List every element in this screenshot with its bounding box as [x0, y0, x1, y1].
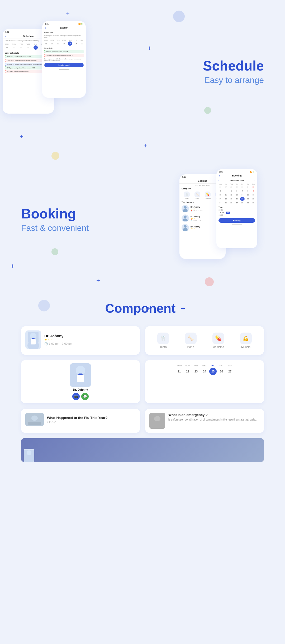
time-1520[interactable]: 15:20 PM — [218, 211, 255, 214]
home-indicator-front — [59, 69, 69, 70]
section-schedule: 9:41 📶 🔋 ‹ Schedule You are in control o… — [0, 5, 285, 143]
back-arrow-back[interactable]: ‹ — [5, 35, 6, 38]
booking-button[interactable]: Booking — [218, 218, 255, 223]
comp-medicine-icon: 💊 — [212, 333, 224, 344]
comp-doc-time: 🕐 1:00 pm - 7:00 pm — [44, 342, 72, 346]
month-label: December 2020 — [230, 180, 244, 181]
time-1521[interactable]: 15:21 — [218, 214, 255, 216]
comp-cat-bone[interactable]: 🦴 Bone — [185, 333, 197, 348]
comp-doc-rating: ★ 4.7 — [44, 338, 72, 342]
section-booking: Booking Fast & convenient 9:41 📶🔋 Bookin… — [0, 153, 285, 291]
explain-button[interactable]: I understand — [44, 63, 84, 67]
explain-cal-days: SUN MON TUE WED THU FRI SAT — [44, 39, 84, 41]
comp-doc-name: Dr. Johnny — [44, 334, 72, 338]
categories-card: 🦷 Teeth 🦴 Bone 💊 Medicine 💪 Muscle — [145, 326, 264, 355]
cal-day-mon[interactable]: MON 22 — [184, 364, 191, 375]
time-back: 9:41 — [5, 31, 9, 33]
deco-plus-4: + — [144, 143, 148, 149]
comp-cat-muscle[interactable]: 💪 Muscle — [240, 333, 252, 348]
comp-muscle-label: Muscle — [241, 345, 250, 348]
doctor-avatar-2 — [182, 214, 189, 222]
doctor-info-1: Dr. Johnny ★ 4.9 📍 1.6km · 1.5/hr — [191, 206, 202, 212]
cal-day-fri[interactable]: FRI 26 — [218, 364, 225, 375]
schedule-text: Schedule Easy to arrange — [111, 58, 285, 85]
status-bar-booking-front: 9:41 📶🔋 — [216, 169, 257, 173]
comp-bone-icon: 🦴 — [185, 333, 197, 344]
status-bar-front: 9:41 📶🔋 — [42, 21, 86, 25]
call-btn[interactable]: 📷 — [72, 393, 80, 400]
time-1519[interactable]: 15:19 — [218, 209, 255, 211]
news-date: 04/04/2019 — [47, 421, 107, 423]
svg-point-3 — [183, 218, 188, 221]
cat-teeth[interactable]: 🦷 Teeth — [184, 192, 190, 199]
bone-label: Bone — [196, 198, 199, 199]
comp-teeth-label: Teeth — [160, 345, 167, 348]
comp-doc2-avatar — [70, 363, 91, 387]
comp-cat-teeth[interactable]: 🦷 Teeth — [157, 333, 169, 348]
cal-day-thu[interactable]: THU 25 — [209, 364, 217, 375]
explain-item-1: 9:00 am · Visit Dr.Oclet in room #5 — [44, 50, 84, 53]
prev-month-btn[interactable]: ‹ — [218, 179, 219, 182]
back-arrow-booking[interactable]: ‹ — [219, 174, 220, 177]
doctor-info-card: Dr. Johnny ★ 4.7 🕐 1:00 pm - 7:00 pm — [21, 326, 140, 355]
svg-point-1 — [183, 209, 188, 212]
cal-next-btn[interactable]: › — [259, 368, 260, 371]
am-pm-badge: PM — [226, 212, 230, 214]
svg-point-23 — [27, 450, 31, 455]
chat-btn[interactable]: 💬 — [81, 393, 89, 400]
comp-doc-info-1: Dr. Johnny ★ 4.7 🕐 1:00 pm - 7:00 pm — [44, 334, 72, 346]
comp-cal-nav: ‹ SUN 21 MON 22 TUE 23 WED — [149, 364, 260, 375]
calendar-card: ‹ SUN 21 MON 22 TUE 23 WED — [145, 360, 264, 403]
bcal-week-1: 26 27 28 29 30 1 10 — [218, 185, 256, 189]
doctor-avatar-1 — [182, 205, 189, 212]
svg-rect-15 — [78, 374, 83, 375]
svg-point-4 — [184, 225, 187, 228]
svg-rect-14 — [77, 375, 84, 382]
cat-medicine[interactable]: 💊 Medicine — [205, 192, 211, 199]
time-front: 9:41 — [45, 23, 49, 25]
bcal-week-4: 17 18 19 20 21 22 23 — [218, 197, 256, 201]
doctor-card-inner: Dr. Johnny ★ 4.7 🕐 1:00 pm - 7:00 pm — [25, 330, 136, 349]
status-icons-front: 📶🔋 — [78, 23, 83, 25]
comp-medicine-label: Medicine — [212, 345, 224, 348]
back-arrow-front[interactable]: ‹ — [45, 26, 46, 29]
medicine-label: Medicine — [205, 198, 211, 199]
cal-day-sat[interactable]: SAT 27 — [226, 364, 234, 375]
comp-cal-days: SUN 21 MON 22 TUE 23 WED 24 — [175, 364, 234, 375]
next-month-btn[interactable]: › — [254, 179, 255, 182]
time-section: Time 15:19 15:20 PM 15:21 — [216, 206, 257, 217]
comp-teeth-icon: 🦷 — [157, 333, 169, 344]
doctor-info-2: Dr. Johnny ★ 4.9 📍 1.6km · 1.5/hr — [191, 216, 202, 221]
explain-sched-label: Schedule — [42, 47, 86, 50]
bcal-week-3: 10 11 12 13 14 15 16 — [218, 193, 256, 197]
schedule-subtitle: Easy to arrange — [111, 75, 264, 85]
svg-point-2 — [184, 216, 187, 218]
explain-cal-nums: 21 22 23 24 25 26 27 — [44, 41, 84, 46]
svg-rect-9 — [31, 339, 36, 344]
phone-front-booking: 9:41 📶🔋 ‹ Booking ‹ December 2020 › Mon … — [216, 169, 257, 248]
schedule-title: Schedule — [111, 58, 264, 74]
comp-doc-avatar-1 — [25, 330, 41, 349]
news-content: What Happened to the Flu This Year? 04/0… — [47, 416, 107, 423]
svg-point-20 — [154, 416, 160, 421]
comp-cat-medicine[interactable]: 💊 Medicine — [212, 333, 224, 348]
cal-day-tue[interactable]: TUE 23 — [192, 364, 200, 375]
video-card[interactable]: COVID-19: How do sinelvector vaccines wo… — [21, 438, 264, 462]
comp-news-inner: What Happened to the Flu This Year? 04/0… — [25, 413, 136, 426]
teeth-label: Teeth — [185, 198, 188, 199]
emergency-title: What is an emergency ? — [168, 413, 257, 417]
component-grid: Dr. Johnny ★ 4.7 🕐 1:00 pm - 7:00 pm 🦷 T… — [21, 326, 264, 462]
cat-bone[interactable]: 🦴 Bone — [194, 192, 200, 199]
cal-prev-btn[interactable]: ‹ — [149, 368, 150, 371]
news-title: What Happened to the Flu This Year? — [47, 416, 107, 420]
cal-day-sun[interactable]: SUN 21 — [175, 364, 183, 375]
bcal-week-2: 3 4 5 6 7 8 9 — [218, 189, 256, 193]
comp-bone-label: Bone — [187, 345, 194, 348]
schedule-phones: 9:41 📶 🔋 ‹ Schedule You are in control o… — [0, 21, 111, 122]
cal-day-wed[interactable]: WED 24 — [201, 364, 208, 375]
emergency-content: What is an emergency ? is unforeseen com… — [168, 413, 257, 422]
phone-title-back: Schedule — [23, 35, 34, 38]
news-card[interactable]: What Happened to the Flu This Year? 04/0… — [21, 409, 140, 433]
booking-month-header: ‹ December 2020 › — [216, 178, 257, 183]
phone-header-front: ‹ Explain — [42, 25, 86, 30]
